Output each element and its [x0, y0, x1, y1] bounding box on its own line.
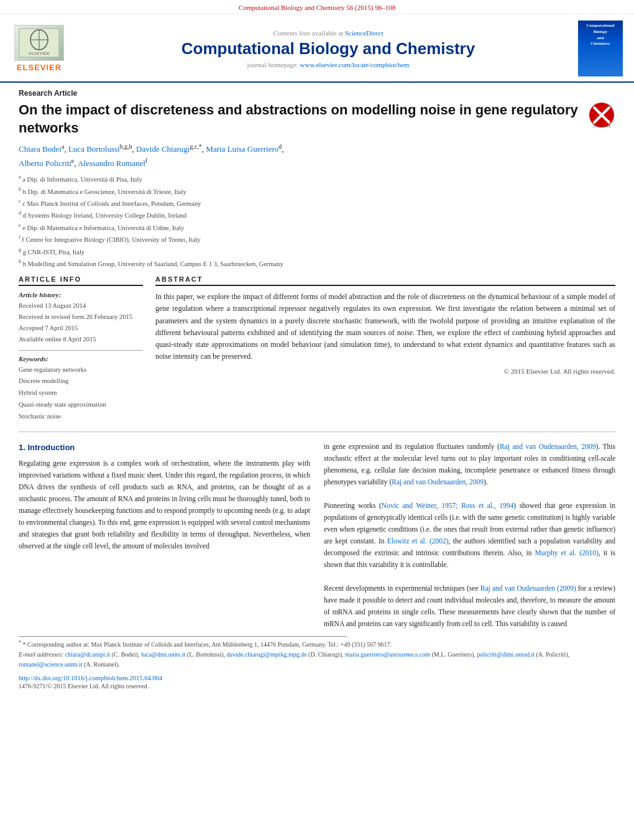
ref-raj-review[interactable]: Raj and van Oudenaarden (2009) [480, 584, 576, 592]
email-luca[interactable]: luca@dmi.units.it [141, 651, 185, 658]
article-info-abstract: ARTICLE INFO Article history: Received 1… [19, 275, 615, 423]
abstract-text: In this paper, we explore the impact of … [155, 291, 615, 362]
email-addresses: E-mail addresses: chiara@di.unipi.it (C.… [19, 650, 615, 670]
keywords-label: Keywords: [19, 355, 143, 362]
body-text: 1. Introduction Regulating gene expressi… [19, 441, 615, 630]
homepage-link[interactable]: www.elsevier.com/locate/compbiochem [300, 61, 410, 68]
section1-title: 1. Introduction [19, 441, 310, 454]
ref-raj-2009-2[interactable]: Raj and van Oudenaarden, 2009 [392, 478, 484, 486]
journal-cover-image: Computational Biology and Chemistry [578, 21, 623, 76]
issn-info: 1476-9271/© 2015 Elsevier Ltd. All right… [19, 683, 615, 690]
right-para-1: in gene expression and its regulation fl… [324, 441, 615, 488]
keywords-list: Gene regulatory networks Discrete modell… [19, 364, 143, 423]
svg-text:CrossMark: CrossMark [592, 124, 611, 128]
abstract-header: ABSTRACT [155, 275, 615, 286]
ref-raj-2009[interactable]: Raj and van Oudenaarden, 2009 [500, 443, 596, 450]
doi-link: http://dx.doi.org/10.1016/j.compbiolchem… [19, 675, 615, 681]
elsevier-logo-image: ELSEVIER [14, 25, 64, 61]
doi-url[interactable]: http://dx.doi.org/10.1016/j.compbiolchem… [19, 675, 162, 681]
abstract-panel: ABSTRACT In this paper, we explore the i… [155, 275, 615, 423]
content-area: Research Article On the impact of discre… [0, 83, 634, 696]
elsevier-logo-block: ELSEVIER ELSEVIER [11, 25, 67, 72]
article-info-header: ARTICLE INFO [19, 275, 143, 286]
sciencedirect-link[interactable]: ScienceDirect [345, 29, 384, 37]
ref-novic[interactable]: Novic and Weiner, 1957; Ross et al., 199… [382, 502, 513, 509]
sciencedirect-info: Contents lists available at ScienceDirec… [78, 29, 578, 37]
footnote-divider [19, 636, 347, 637]
ref-elowitz[interactable]: Elowitz et al. (2002) [387, 537, 449, 545]
elsevier-brand: ELSEVIER [17, 63, 62, 72]
journal-title-area: Contents lists available at ScienceDirec… [78, 29, 578, 68]
history-label: Article history: [19, 291, 143, 298]
journal-homepage: journal homepage: www.elsevier.com/locat… [78, 61, 578, 68]
journal-reference: Computational Biology and Chemistry 56 (… [0, 0, 634, 14]
right-para-3: Recent developments in experimental tech… [324, 583, 615, 630]
svg-text:ELSEVIER: ELSEVIER [29, 51, 49, 56]
article-type: Research Article [19, 89, 615, 98]
right-para-2: Pioneering works (Novic and Weiner, 1957… [324, 500, 615, 571]
email-chiara[interactable]: chiara@di.unipi.it [65, 651, 111, 658]
authors: Chiara Bodeia, Luca Bortolussib,g,h, Dav… [19, 142, 615, 170]
body-right-col: in gene expression and its regulation fl… [324, 441, 615, 630]
journal-name: Computational Biology and Chemistry [78, 39, 578, 58]
ref-murphy[interactable]: Murphy et al. (2010) [535, 549, 598, 556]
footnote-block: * * Corresponding author at: Max Planck … [19, 639, 615, 670]
affiliations: a a Dip. di Informatica, Università di P… [19, 173, 615, 269]
email-alessandro[interactable]: romanel@science.unitn.it [19, 661, 83, 668]
email-maria[interactable]: maria.guerriero@astrazeneca.com [345, 651, 430, 658]
article-info-panel: ARTICLE INFO Article history: Received 1… [19, 275, 143, 423]
corresponding-author-note: * * Corresponding author at: Max Planck … [19, 639, 615, 650]
copyright: © 2015 Elsevier Ltd. All rights reserved… [155, 367, 615, 375]
email-alberto[interactable]: policriti@dimi.uniud.it [477, 651, 535, 658]
body-left-col: 1. Introduction Regulating gene expressi… [19, 441, 310, 630]
body-divider [19, 432, 615, 432]
article-history: Received 13 August 2014 Received in revi… [19, 300, 143, 344]
crossmark-logo: CrossMark [588, 101, 615, 129]
intro-paragraph: Regulating gene expression is a complex … [19, 458, 310, 552]
email-davide[interactable]: davide.chiarugi@mpikg.mpg.de [227, 651, 307, 658]
title-row: On the impact of discreteness and abstra… [19, 101, 615, 137]
journal-header: ELSEVIER ELSEVIER Contents lists availab… [0, 14, 634, 83]
info-divider [19, 350, 143, 351]
article-title: On the impact of discreteness and abstra… [19, 101, 579, 137]
